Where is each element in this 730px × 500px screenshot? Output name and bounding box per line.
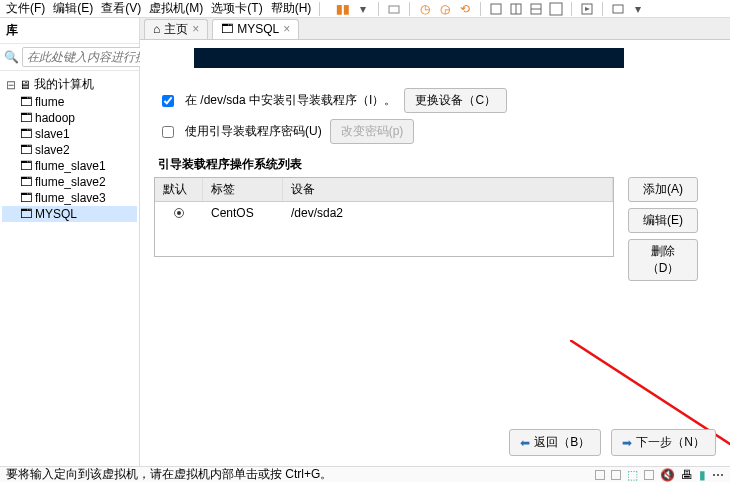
default-radio[interactable] <box>174 208 184 218</box>
vm-icon: 🗔 <box>20 207 32 221</box>
th-default: 默认 <box>155 178 203 201</box>
tree-item-hadoop[interactable]: 🗔hadoop <box>2 110 137 126</box>
vm-icon: 🗔 <box>20 127 32 141</box>
more-icon[interactable]: ⋯ <box>712 468 724 482</box>
main-area: ⌂ 主页 × 🗔 MYSQL × 在 /dev/sda 中安装引导装载程序（I）… <box>140 18 730 466</box>
svg-rect-9 <box>613 5 623 13</box>
sidebar-title: 库 <box>0 18 139 44</box>
pause-icon[interactable]: ▮▮ <box>336 2 350 16</box>
library-icon[interactable] <box>611 2 625 16</box>
row-label: CentOS <box>203 206 283 220</box>
change-device-button[interactable]: 更换设备（C） <box>404 88 507 113</box>
separator <box>602 2 603 16</box>
search-icon: 🔍 <box>4 50 19 64</box>
install-bootloader-row: 在 /dev/sda 中安装引导装载程序（I）。 更换设备（C） <box>158 88 716 113</box>
add-button[interactable]: 添加(A) <box>628 177 698 202</box>
home-icon: ⌂ <box>153 22 160 36</box>
menu-tabs[interactable]: 选项卡(T) <box>209 0 264 17</box>
toolbar: ▮▮ ▾ ◷ ◶ ⟲ ▾ <box>336 2 645 16</box>
tree-item-slave1[interactable]: 🗔slave1 <box>2 126 137 142</box>
tab-home[interactable]: ⌂ 主页 × <box>144 19 208 39</box>
tree-item-flume-slave1[interactable]: 🗔flume_slave1 <box>2 158 137 174</box>
menu-edit[interactable]: 编辑(E) <box>51 0 95 17</box>
bootloader-password-row: 使用引导装载程序密码(U) 改变密码(p) <box>158 119 716 144</box>
th-device: 设备 <box>283 178 613 201</box>
next-button[interactable]: ➡ 下一步（N） <box>611 429 716 456</box>
vm-icon: 🗔 <box>20 159 32 173</box>
th-label: 标签 <box>203 178 283 201</box>
svg-rect-1 <box>491 4 501 14</box>
wizard-footer: ⬅ 返回（B） ➡ 下一步（N） <box>509 429 716 456</box>
vm-icon: 🗔 <box>20 111 32 125</box>
status-ok-icon[interactable]: ▮ <box>699 468 706 482</box>
install-bootloader-label: 在 /dev/sda 中安装引导装载程序（I）。 <box>185 92 396 109</box>
row-device: /dev/sda2 <box>283 206 613 220</box>
table-header: 默认 标签 设备 <box>155 178 613 202</box>
menu-vm[interactable]: 虚拟机(M) <box>147 0 205 17</box>
os-list-title: 引导装载程序操作系统列表 <box>158 156 716 173</box>
menu-file[interactable]: 文件(F) <box>4 0 47 17</box>
status-text: 要将输入定向到该虚拟机，请在虚拟机内部单击或按 Ctrl+G。 <box>6 466 332 483</box>
vm-icon: 🗔 <box>20 175 32 189</box>
vm-icon: 🗔 <box>221 22 233 36</box>
vm-tree: ⊟ 🖥 我的计算机 🗔flume 🗔hadoop 🗔slave1 🗔slave2… <box>0 71 139 466</box>
dropdown-icon[interactable]: ▾ <box>356 2 370 16</box>
tree-root-label: 我的计算机 <box>34 76 94 93</box>
view1-icon[interactable] <box>489 2 503 16</box>
edit-button[interactable]: 编辑(E) <box>628 208 698 233</box>
device-icon[interactable] <box>644 470 654 480</box>
search-row: 🔍 ▾ <box>0 44 139 71</box>
delete-button[interactable]: 删除（D） <box>628 239 698 281</box>
tree-item-flume-slave3[interactable]: 🗔flume_slave3 <box>2 190 137 206</box>
table-row[interactable]: CentOS /dev/sda2 <box>155 202 613 224</box>
menu-help[interactable]: 帮助(H) <box>269 0 314 17</box>
change-password-button: 改变密码(p) <box>330 119 415 144</box>
tree-root[interactable]: ⊟ 🖥 我的计算机 <box>2 75 137 94</box>
status-icons: ⬚ 🔇 🖶 ▮ ⋯ <box>595 468 724 482</box>
collapse-icon[interactable]: ⊟ <box>6 78 16 92</box>
computer-icon: 🖥 <box>19 78 31 92</box>
status-bar: 要将输入定向到该虚拟机，请在虚拟机内部单击或按 Ctrl+G。 ⬚ 🔇 🖶 ▮ … <box>0 466 730 482</box>
arrow-left-icon: ⬅ <box>520 436 530 450</box>
table-side-buttons: 添加(A) 编辑(E) 删除（D） <box>628 177 698 281</box>
send-icon[interactable] <box>387 2 401 16</box>
separator <box>571 2 572 16</box>
sidebar: 库 🔍 ▾ ⊟ 🖥 我的计算机 🗔flume 🗔hadoop 🗔slave1 🗔… <box>0 18 140 466</box>
vm-icon: 🗔 <box>20 95 32 109</box>
vm-content: 在 /dev/sda 中安装引导装载程序（I）。 更换设备（C） 使用引导装载程… <box>140 40 730 466</box>
device-icon[interactable] <box>611 470 621 480</box>
install-bootloader-checkbox[interactable] <box>162 95 174 107</box>
vm-icon: 🗔 <box>20 143 32 157</box>
clock-icon[interactable]: ◷ <box>418 2 432 16</box>
tree-item-flume[interactable]: 🗔flume <box>2 94 137 110</box>
view3-icon[interactable] <box>529 2 543 16</box>
device-icon[interactable] <box>595 470 605 480</box>
view2-icon[interactable] <box>509 2 523 16</box>
tab-mysql[interactable]: 🗔 MYSQL × <box>212 19 299 39</box>
vm-icon: 🗔 <box>20 191 32 205</box>
tree-item-flume-slave2[interactable]: 🗔flume_slave2 <box>2 174 137 190</box>
unity-icon[interactable] <box>580 2 594 16</box>
tree-item-mysql[interactable]: 🗔MYSQL <box>2 206 137 222</box>
bootloader-password-label: 使用引导装载程序密码(U) <box>185 123 322 140</box>
separator <box>480 2 481 16</box>
separator <box>319 2 320 16</box>
bootloader-password-checkbox[interactable] <box>162 126 174 138</box>
close-icon[interactable]: × <box>283 22 290 36</box>
svg-rect-0 <box>389 6 399 13</box>
back-button[interactable]: ⬅ 返回（B） <box>509 429 601 456</box>
separator <box>378 2 379 16</box>
printer-icon[interactable]: 🖶 <box>681 468 693 482</box>
dropdown-icon[interactable]: ▾ <box>631 2 645 16</box>
close-icon[interactable]: × <box>192 22 199 36</box>
network-icon[interactable]: ⬚ <box>627 468 638 482</box>
arrow-right-icon: ➡ <box>622 436 632 450</box>
revert-icon[interactable]: ⟲ <box>458 2 472 16</box>
menu-view[interactable]: 查看(V) <box>99 0 143 17</box>
tree-item-slave2[interactable]: 🗔slave2 <box>2 142 137 158</box>
snapshot-icon[interactable]: ◶ <box>438 2 452 16</box>
fullscreen-icon[interactable] <box>549 2 563 16</box>
menu-bar: 文件(F) 编辑(E) 查看(V) 虚拟机(M) 选项卡(T) 帮助(H) ▮▮… <box>0 0 730 18</box>
svg-rect-6 <box>550 3 562 15</box>
sound-icon[interactable]: 🔇 <box>660 468 675 482</box>
